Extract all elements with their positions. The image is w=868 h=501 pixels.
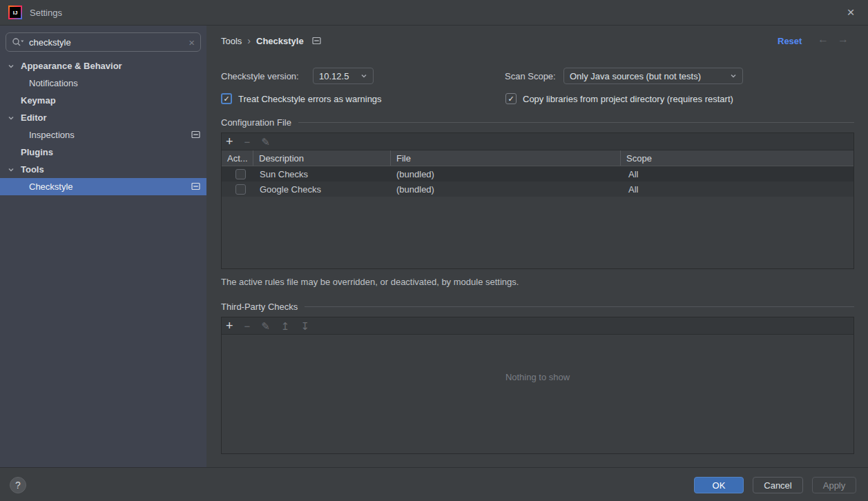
table-row-sun-checks[interactable]: Sun Checks (bundled) All [222, 166, 853, 181]
help-icon[interactable]: ? [10, 477, 26, 493]
row-scope: All [621, 166, 853, 181]
apply-button[interactable]: Apply [812, 477, 856, 493]
ok-button[interactable]: OK [694, 477, 744, 493]
breadcrumb-tools[interactable]: Tools [221, 36, 242, 46]
sidebar-item-checkstyle[interactable]: Checkstyle [0, 178, 206, 195]
settings-found-badge-icon [312, 37, 321, 45]
copy-libraries-checkbox[interactable]: ✓ [505, 93, 517, 104]
section-title-text: Third-Party Checks [221, 302, 298, 312]
treat-errors-label: Treat Checkstyle errors as warnings [238, 94, 382, 104]
column-header-description[interactable]: Description [253, 150, 391, 166]
remove-icon[interactable]: − [244, 321, 251, 331]
intellij-logo-icon: IJ [8, 6, 22, 19]
reset-link[interactable]: Reset [778, 36, 802, 46]
chevron-down-icon [360, 73, 367, 79]
dialog-footer: ? OK Cancel Apply [0, 467, 868, 501]
settings-sidebar: checkstyle × Appearance & Behavior Notif… [0, 26, 206, 467]
search-clear-icon[interactable]: × [189, 37, 195, 48]
scan-scope-value: Only Java sources (but not tests) [570, 71, 726, 81]
chevron-down-icon [730, 73, 737, 79]
sidebar-item-label: Editor [21, 112, 47, 123]
third-party-toolbar: + − ✎ ↥ ↧ [222, 317, 853, 335]
edit-pencil-icon[interactable]: ✎ [261, 137, 270, 147]
sidebar-item-label: Checkstyle [29, 181, 73, 192]
third-party-table: + − ✎ ↥ ↧ Nothing to show [221, 317, 854, 454]
settings-dialog: IJ Settings × checkstyle × Appearance & [0, 0, 868, 501]
chevron-down-icon[interactable] [8, 167, 16, 173]
empty-table-message: Nothing to show [222, 335, 853, 453]
sidebar-item-keymap[interactable]: Keymap [0, 92, 206, 109]
back-arrow-icon[interactable]: ← [818, 33, 829, 46]
footer-buttons: OK Cancel Apply [694, 477, 856, 493]
configuration-file-table: + − ✎ Act... Description File Scope Sun … [221, 132, 854, 269]
row-file: (bundled) [391, 166, 621, 181]
copy-libraries-label: Copy libraries from project directory (r… [523, 94, 733, 104]
settings-found-badge-icon [191, 130, 200, 139]
row-description: Google Checks [253, 181, 391, 197]
table-header-row: Act... Description File Scope [222, 150, 853, 166]
table-row-google-checks[interactable]: Google Checks (bundled) All [222, 181, 853, 197]
cancel-button[interactable]: Cancel [753, 477, 803, 493]
title-bar: IJ Settings × [0, 0, 868, 26]
sidebar-item-editor[interactable]: Editor [0, 109, 206, 126]
move-down-icon[interactable]: ↧ [300, 321, 309, 331]
sidebar-item-appearance-behavior[interactable]: Appearance & Behavior [0, 57, 206, 75]
move-up-icon[interactable]: ↥ [281, 321, 290, 331]
window-title: Settings [30, 8, 62, 18]
sidebar-item-inspections[interactable]: Inspections [0, 126, 206, 144]
chevron-down-icon[interactable] [8, 63, 16, 69]
sidebar-item-label: Notifications [29, 78, 78, 88]
module-override-note: The active rules file may be overridden,… [221, 277, 519, 287]
row-description: Sun Checks [253, 166, 391, 181]
version-select[interactable]: 10.12.5 [313, 68, 374, 84]
row-scope: All [621, 181, 853, 197]
sidebar-item-plugins[interactable]: Plugins [0, 144, 206, 161]
forward-arrow-icon[interactable]: → [838, 33, 849, 46]
column-header-file[interactable]: File [391, 150, 621, 166]
breadcrumb: Tools › Checkstyle [221, 35, 321, 46]
sidebar-item-tools[interactable]: Tools [0, 161, 206, 178]
section-title-text: Configuration File [221, 117, 291, 128]
copy-libraries-checkbox-row: ✓ Copy libraries from project directory … [505, 93, 733, 104]
version-value: 10.12.5 [319, 71, 356, 81]
version-label: Checkstyle version: [221, 71, 299, 81]
sidebar-item-notifications[interactable]: Notifications [0, 75, 206, 92]
add-icon[interactable]: + [226, 135, 233, 148]
settings-found-badge-icon [191, 182, 200, 190]
row-file: (bundled) [391, 181, 621, 197]
sidebar-item-label: Appearance & Behavior [21, 61, 122, 71]
add-icon[interactable]: + [226, 320, 233, 332]
treat-errors-checkbox-row: ✓ Treat Checkstyle errors as warnings [221, 93, 382, 104]
breadcrumb-separator: › [247, 35, 251, 46]
sidebar-item-label: Keymap [21, 95, 56, 106]
row-active-checkbox[interactable] [235, 169, 246, 179]
chevron-down-icon[interactable] [8, 115, 16, 121]
breadcrumb-checkstyle: Checkstyle [256, 36, 304, 46]
edit-pencil-icon[interactable]: ✎ [261, 321, 270, 331]
close-icon[interactable]: × [842, 3, 860, 21]
search-input[interactable]: checkstyle × [6, 32, 201, 52]
sidebar-item-label: Plugins [21, 147, 53, 157]
column-header-scope[interactable]: Scope [621, 150, 853, 166]
treat-errors-checkbox[interactable]: ✓ [221, 93, 232, 104]
scan-scope-select[interactable]: Only Java sources (but not tests) [563, 68, 743, 84]
column-header-active[interactable]: Act... [222, 150, 253, 166]
history-nav: ← → [818, 33, 849, 46]
checkstyle-settings-page: Tools › Checkstyle Reset ← → Checkstyle … [207, 26, 868, 467]
row-active-checkbox[interactable] [235, 184, 246, 195]
sidebar-item-label: Tools [21, 164, 44, 175]
third-party-section-title: Third-Party Checks [221, 302, 854, 312]
search-value[interactable]: checkstyle [29, 37, 184, 48]
configuration-file-section-title: Configuration File [221, 117, 854, 128]
configuration-toolbar: + − ✎ [222, 133, 853, 150]
search-icon [12, 37, 24, 47]
sidebar-item-label: Inspections [29, 130, 75, 140]
scan-scope-label: Scan Scope: [505, 71, 556, 81]
remove-icon[interactable]: − [244, 137, 251, 147]
settings-tree: Appearance & Behavior Notifications Keym… [0, 57, 206, 195]
